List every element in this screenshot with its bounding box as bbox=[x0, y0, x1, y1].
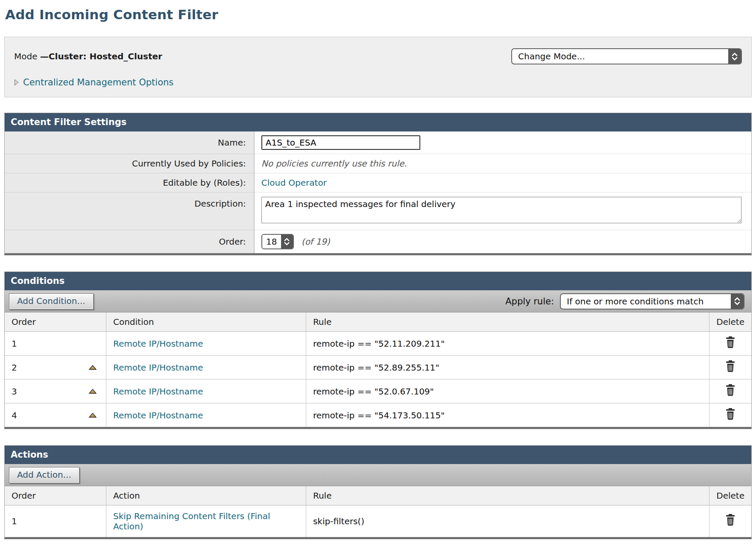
order-value: 18 bbox=[262, 237, 281, 247]
name-input[interactable] bbox=[261, 135, 420, 150]
row-order: 2 bbox=[12, 362, 17, 373]
mode-text: Mode —Cluster: Hosted_Cluster bbox=[14, 51, 162, 61]
row-order: 3 bbox=[12, 386, 17, 397]
trash-icon[interactable] bbox=[725, 360, 736, 373]
trash-icon[interactable] bbox=[725, 514, 736, 526]
move-up-icon[interactable] bbox=[89, 389, 97, 394]
add-condition-button[interactable]: Add Condition... bbox=[9, 293, 94, 310]
actions-panel: Actions Add Action... Order Action Rule … bbox=[4, 445, 752, 539]
column-header-condition: Condition bbox=[106, 312, 306, 332]
condition-link[interactable]: Remote IP/Hostname bbox=[113, 339, 203, 349]
table-row: Order: 18 (of 19) bbox=[5, 230, 751, 254]
row-order: 1 bbox=[12, 339, 17, 349]
rule-text: skip-filters() bbox=[313, 516, 364, 526]
row-order: 4 bbox=[12, 410, 17, 421]
table-row: 4 Remote IP/Hostname remote-ip == "54.17… bbox=[5, 403, 751, 427]
conditions-header: Conditions bbox=[5, 272, 751, 290]
trash-icon[interactable] bbox=[725, 384, 736, 397]
change-mode-value: Change Mode... bbox=[518, 51, 723, 61]
add-action-button[interactable]: Add Action... bbox=[9, 467, 79, 483]
column-header-rule: Rule bbox=[306, 312, 709, 332]
column-header-delete: Delete bbox=[709, 312, 751, 332]
conditions-panel: Conditions Add Condition... Apply rule: … bbox=[4, 272, 752, 429]
column-header-action: Action bbox=[106, 486, 306, 505]
actions-header-row: Order Action Rule Delete bbox=[5, 486, 751, 505]
move-up-icon[interactable] bbox=[89, 365, 97, 370]
table-row: Currently Used by Policies: No policies … bbox=[5, 154, 751, 173]
policies-label: Currently Used by Policies: bbox=[5, 154, 254, 173]
column-header-rule: Rule bbox=[306, 486, 709, 505]
trash-icon[interactable] bbox=[725, 336, 736, 349]
mode-panel: Mode —Cluster: Hosted_Cluster Change Mod… bbox=[4, 37, 752, 97]
settings-header: Content Filter Settings bbox=[5, 113, 751, 131]
rule-text: remote-ip == "52.11.209.211" bbox=[313, 339, 445, 349]
rule-text: remote-ip == "52.89.255.11" bbox=[313, 362, 440, 373]
table-row: 2 Remote IP/Hostname remote-ip == "52.89… bbox=[5, 356, 751, 380]
row-order: 1 bbox=[12, 516, 17, 526]
table-row: Editable by (Roles): Cloud Operator bbox=[5, 173, 751, 193]
table-row: 1 Remote IP/Hostname remote-ip == "52.11… bbox=[5, 332, 751, 356]
actions-header: Actions bbox=[5, 446, 751, 464]
condition-link[interactable]: Remote IP/Hostname bbox=[113, 386, 203, 397]
policies-value: No policies currently use this rule. bbox=[261, 158, 407, 169]
rule-text: remote-ip == "54.173.50.115" bbox=[313, 410, 445, 421]
centralized-management-link[interactable]: Centralized Management Options bbox=[23, 77, 173, 88]
apply-rule-label: Apply rule: bbox=[505, 296, 554, 307]
settings-table: Name: Currently Used by Policies: No pol… bbox=[5, 131, 751, 253]
table-row: 1 Skip Remaining Content Filters (Final … bbox=[5, 505, 751, 537]
apply-rule-select[interactable]: If one or more conditions match bbox=[560, 293, 744, 310]
column-header-order: Order bbox=[5, 486, 106, 505]
content-filter-settings-panel: Content Filter Settings Name: Currently … bbox=[4, 113, 752, 255]
trash-icon[interactable] bbox=[725, 408, 736, 421]
editable-label: Editable by (Roles): bbox=[5, 173, 254, 193]
select-stepper-icon bbox=[281, 235, 293, 248]
table-row: 3 Remote IP/Hostname remote-ip == "52.0.… bbox=[5, 380, 751, 403]
condition-link[interactable]: Remote IP/Hostname bbox=[113, 362, 203, 373]
conditions-table: Order Condition Rule Delete 1 Remote IP/… bbox=[5, 312, 751, 427]
change-mode-select[interactable]: Change Mode... bbox=[511, 48, 742, 64]
order-select[interactable]: 18 bbox=[261, 234, 294, 249]
conditions-header-row: Order Condition Rule Delete bbox=[5, 312, 751, 332]
mode-label: Mode bbox=[14, 51, 40, 61]
mode-value: —Cluster: Hosted_Cluster bbox=[40, 51, 162, 61]
conditions-toolbar: Add Condition... Apply rule: If one or m… bbox=[5, 290, 751, 312]
description-textarea[interactable]: Area 1 inspected messages for final deli… bbox=[261, 197, 741, 223]
actions-toolbar: Add Action... bbox=[5, 464, 751, 486]
column-header-delete: Delete bbox=[709, 486, 751, 505]
select-stepper-icon bbox=[731, 294, 744, 309]
table-row: Name: bbox=[5, 131, 751, 154]
select-stepper-icon bbox=[728, 49, 741, 64]
name-label: Name: bbox=[5, 131, 254, 154]
editable-roles-link[interactable]: Cloud Operator bbox=[261, 178, 327, 188]
table-row: Description: Area 1 inspected messages f… bbox=[5, 193, 751, 230]
condition-link[interactable]: Remote IP/Hostname bbox=[113, 410, 203, 421]
actions-table: Order Action Rule Delete 1 Skip Remainin… bbox=[5, 486, 751, 537]
action-link[interactable]: Skip Remaining Content Filters (Final Ac… bbox=[113, 511, 270, 531]
column-header-order: Order bbox=[5, 312, 106, 332]
page-title: Add Incoming Content Filter bbox=[5, 7, 752, 22]
rule-text: remote-ip == "52.0.67.109" bbox=[313, 386, 434, 397]
order-suffix: (of 19) bbox=[302, 237, 330, 247]
disclosure-triangle-icon[interactable] bbox=[14, 79, 19, 86]
description-label: Description: bbox=[5, 193, 254, 230]
apply-rule-value: If one or more conditions match bbox=[567, 296, 726, 307]
order-label: Order: bbox=[5, 230, 254, 254]
move-up-icon[interactable] bbox=[89, 413, 97, 418]
